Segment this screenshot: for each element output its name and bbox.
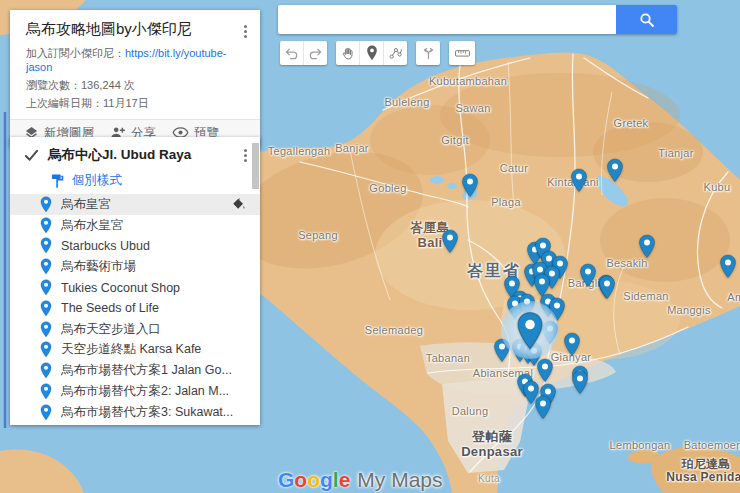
checkbox-checked-icon[interactable] (24, 149, 39, 162)
undo-icon (284, 46, 299, 61)
place-item[interactable]: Tukies Coconut Shop (10, 277, 260, 298)
place-pin-icon (40, 362, 52, 379)
map-label: Kuta (478, 473, 500, 484)
map-label: Banjar (335, 142, 369, 154)
layer-name: 烏布中心Jl. Ubud Raya (48, 146, 238, 164)
place-item[interactable]: 烏布市場替代方案2: Jalan M... (10, 381, 260, 402)
draw-line-tool-button[interactable] (384, 41, 407, 65)
map-label: Tianjar (658, 147, 693, 159)
place-name: The Seeds of Life (61, 301, 159, 315)
map-label: Catur (500, 162, 528, 174)
place-item[interactable]: 烏布市場替代方案3: Sukawat... (10, 402, 260, 423)
marker-icon (366, 45, 378, 61)
map-label: Tabanan (426, 352, 470, 364)
panel-scrollbar[interactable] (252, 143, 259, 189)
place-pin-icon (40, 341, 52, 358)
place-name: 烏布市場替代方案3: Sukawat... (61, 404, 233, 421)
place-pin-icon (40, 321, 52, 338)
place-item[interactable]: Starbucks Ubud (10, 236, 260, 257)
map-label: Kubu (704, 181, 731, 193)
paint-roller-icon (50, 173, 65, 189)
map-marker[interactable] (638, 234, 656, 263)
map-marker[interactable] (563, 332, 581, 361)
individual-styles-label: 個別樣式 (72, 172, 122, 189)
undo-button[interactable] (280, 41, 304, 65)
layer-header[interactable]: 烏布中心Jl. Ubud Raya (10, 137, 260, 168)
redo-button[interactable] (304, 41, 327, 65)
map-label: Sepang (298, 229, 338, 241)
map-label: Sawan (455, 102, 490, 114)
layers-panel: 烏布中心Jl. Ubud Raya 個別樣式 烏布皇宮烏布水皇宮Starbuck… (10, 137, 260, 425)
layer-options-menu-button[interactable] (238, 146, 252, 164)
place-pin-icon (40, 196, 52, 213)
search-icon (639, 12, 655, 28)
google-my-maps-logo: Google My Maps (278, 468, 443, 492)
map-label: Lembongan (610, 439, 671, 451)
map-label: Gretek (614, 117, 649, 129)
search-bar (278, 5, 677, 34)
map-marker[interactable] (534, 395, 552, 424)
place-name: 烏布皇宮 (61, 196, 111, 213)
place-name: Starbucks Ubud (61, 239, 150, 253)
map-marker[interactable] (570, 168, 588, 197)
map-options-menu-button[interactable] (238, 22, 252, 40)
map-label: Denpasar (461, 444, 523, 459)
place-list: 烏布皇宮烏布水皇宮Starbucks Ubud烏布藝術市場Tukies Coco… (10, 194, 260, 423)
ruler-icon (454, 46, 471, 60)
paint-bucket-icon[interactable] (231, 197, 246, 216)
place-pin-icon (40, 237, 52, 254)
measure-tool-button[interactable] (449, 41, 475, 65)
map-info-card: 烏布攻略地圖by小傑印尼 加入訂閱小傑印尼：https://bit.ly/you… (10, 10, 260, 147)
directions-icon (421, 46, 436, 61)
search-button[interactable] (616, 5, 677, 34)
place-item[interactable]: 烏布皇宮 (10, 194, 260, 215)
place-name: 烏布市場替代方案2: Jalan M... (61, 383, 229, 400)
map-marker-selected[interactable] (516, 311, 544, 355)
map-label: Gobleg (369, 182, 406, 194)
subscribe-line: 加入訂閱小傑印尼：https://bit.ly/youtube-jason (26, 46, 246, 73)
view-count: 瀏覽次數：136,244 次 (26, 78, 246, 93)
place-name: 烏布水皇宮 (61, 217, 124, 234)
map-label: Tegallengah (268, 145, 331, 157)
map-label: Gitgit (441, 134, 468, 146)
place-item[interactable]: 烏布藝術市場 (10, 256, 260, 277)
map-marker[interactable] (719, 254, 737, 283)
place-item[interactable]: 烏布市場替代方案1 Jalan Go... (10, 360, 260, 381)
place-pin-icon (40, 279, 52, 296)
map-marker[interactable] (441, 229, 459, 258)
place-item[interactable]: The Seeds of Life (10, 298, 260, 319)
map-title[interactable]: 烏布攻略地圖by小傑印尼 (26, 20, 228, 39)
map-label: Manggis (667, 304, 711, 316)
map-marker[interactable] (579, 263, 597, 292)
map-marker[interactable] (571, 370, 589, 399)
add-marker-tool-button[interactable] (360, 41, 384, 65)
map-label: Batoemoenggah (684, 439, 740, 451)
place-item[interactable]: 天空步道終點 Karsa Kafe (10, 340, 260, 361)
map-label: Selemadeg (365, 324, 423, 336)
map-label: Nusa Penida (666, 470, 740, 484)
individual-styles-button[interactable]: 個別樣式 (10, 168, 260, 194)
place-pin-icon (40, 404, 52, 421)
add-directions-button[interactable] (416, 41, 440, 65)
map-label: Dalung (452, 405, 489, 417)
place-name: 烏布天空步道入口 (61, 321, 161, 338)
map-marker[interactable] (598, 275, 616, 304)
map-label: Amlapura (727, 291, 740, 303)
map-marker[interactable] (606, 158, 624, 187)
polyline-icon (388, 45, 404, 61)
hand-icon (340, 46, 355, 61)
map-label: Bali (417, 235, 442, 250)
map-marker[interactable] (461, 173, 479, 202)
place-item[interactable]: 烏布天空步道入口 (10, 319, 260, 340)
redo-icon (308, 46, 323, 61)
google-logo: Google (278, 468, 350, 492)
place-pin-icon (40, 300, 52, 317)
search-input[interactable] (278, 5, 616, 34)
map-label: Plaga (491, 196, 521, 208)
place-pin-icon (40, 258, 52, 275)
pan-tool-button[interactable] (336, 41, 360, 65)
place-item[interactable]: 烏布水皇宮 (10, 215, 260, 236)
map-label: Buleleng (384, 96, 429, 108)
place-name: Tukies Coconut Shop (61, 281, 180, 295)
place-name: 烏布市場替代方案1 Jalan Go... (61, 362, 232, 379)
